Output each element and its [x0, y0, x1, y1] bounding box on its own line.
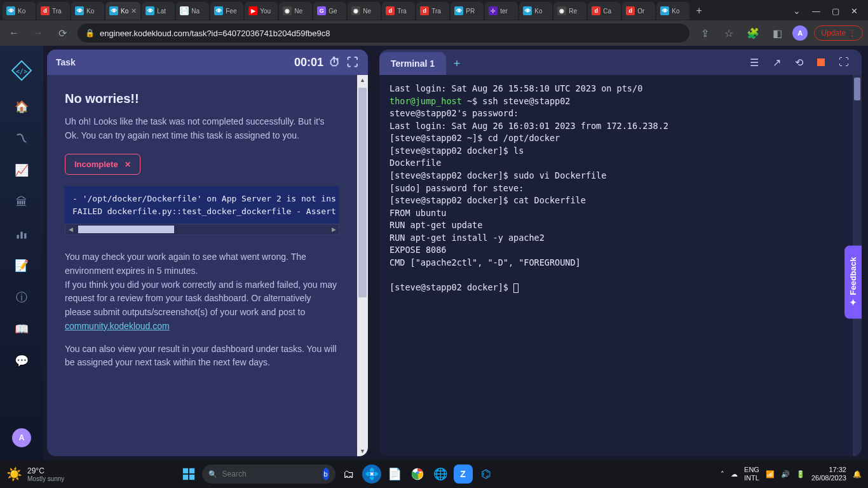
book-icon[interactable]: 📖: [13, 320, 31, 338]
terminal-add-tab[interactable]: +: [446, 52, 468, 75]
share-icon[interactable]: ⇪: [696, 24, 714, 42]
feedback-tab[interactable]: ✦ Feedback: [844, 246, 862, 319]
browser-tab[interactable]: dTra: [416, 2, 449, 20]
svg-rect-2: [20, 232, 22, 239]
task-view-icon[interactable]: 🗂: [339, 464, 358, 484]
browser-tab[interactable]: ◉Ne: [279, 2, 312, 20]
tab-close-icon[interactable]: ✕: [131, 7, 137, 15]
notifications-icon[interactable]: 🔔: [853, 470, 862, 478]
terminal-tab-1[interactable]: Terminal 1: [379, 52, 446, 75]
vscode-icon[interactable]: ⌬: [477, 464, 496, 484]
path-icon[interactable]: [13, 130, 31, 147]
stop-button[interactable]: [817, 58, 825, 66]
terminal-fullscreen-icon[interactable]: ⛶: [839, 57, 849, 68]
tab-label: Ko: [672, 8, 679, 15]
clock[interactable]: 17:32 26/08/2023: [811, 466, 846, 482]
browser-tab[interactable]: 👁Ko✕: [105, 2, 140, 20]
browser-tab[interactable]: 📄Na: [176, 2, 209, 20]
tab-overflow-chevron[interactable]: ⌄: [793, 6, 801, 16]
sidebar-avatar[interactable]: A: [12, 428, 31, 447]
browser-tab[interactable]: 👁Lat: [142, 2, 175, 20]
scroll-right-arrow[interactable]: ▶: [329, 224, 339, 234]
hscroll-thumb[interactable]: [78, 226, 174, 233]
update-button[interactable]: Update ⋮: [814, 25, 863, 41]
zoom-icon[interactable]: Z: [454, 464, 473, 484]
growth-icon[interactable]: 📈: [13, 161, 31, 179]
bing-icon[interactable]: b: [323, 468, 329, 480]
info-icon[interactable]: ⓘ: [13, 288, 31, 306]
kebab-icon: ⋮: [848, 29, 856, 37]
scroll-left-arrow[interactable]: ◀: [65, 224, 76, 234]
language-indicator[interactable]: ENG INTL: [744, 466, 759, 482]
address-bar[interactable]: 🔒 engineer.kodekloud.com/task?id=6407203…: [78, 24, 689, 43]
windows-taskbar: ☀️ 29°C Mostly sunny 🔍 b 🗂 💠 📄 🌐 Z: [0, 460, 868, 488]
favicon-icon: ⊹: [489, 6, 498, 15]
leaderboard-icon[interactable]: [13, 225, 31, 243]
weather-desc: Mostly sunny: [27, 475, 64, 482]
nav-reload[interactable]: ⟳: [53, 24, 71, 42]
svg-rect-1: [17, 235, 19, 239]
window-close[interactable]: ✕: [851, 6, 858, 16]
scroll-up-arrow[interactable]: ▲: [357, 75, 368, 85]
favicon-icon: G: [317, 6, 326, 15]
browser-tab[interactable]: dCa: [588, 2, 621, 20]
restore-icon[interactable]: ⟲: [795, 57, 803, 69]
scroll-down-arrow[interactable]: ▼: [357, 446, 368, 456]
window-maximize[interactable]: ▢: [832, 6, 839, 16]
task-vscrollbar[interactable]: ▲ ▼: [357, 75, 368, 456]
battery-icon[interactable]: 🔋: [796, 470, 805, 478]
terminal-vscroll-thumb[interactable]: [854, 78, 860, 100]
notes-icon[interactable]: 📝: [13, 257, 31, 274]
hamburger-icon[interactable]: ☰: [750, 57, 759, 69]
browser-tab[interactable]: ◉Re: [553, 2, 587, 20]
svg-text:</>: </>: [16, 68, 27, 75]
fortress-icon[interactable]: 🏛: [13, 193, 31, 211]
terminal-body[interactable]: Last login: Sat Aug 26 15:58:10 UTC 2023…: [379, 75, 862, 456]
onedrive-icon[interactable]: ☁: [731, 470, 738, 478]
fullscreen-icon[interactable]: ⛶: [346, 56, 359, 69]
taskbar-search[interactable]: 🔍 b: [202, 464, 336, 484]
browser-tab[interactable]: 👁PR: [451, 2, 484, 20]
bookmark-icon[interactable]: ☆: [720, 24, 738, 42]
home-icon[interactable]: 🏠: [13, 98, 31, 116]
browser-tab[interactable]: 👁Ko: [656, 2, 689, 20]
browser-tab[interactable]: ◉Ne: [348, 2, 381, 20]
browser-tab[interactable]: dOr: [622, 2, 655, 20]
window-minimize[interactable]: —: [812, 6, 820, 16]
browser-tab[interactable]: dTra: [382, 2, 415, 20]
open-external-icon[interactable]: ↗: [773, 57, 781, 69]
tab-label: Ne: [294, 8, 302, 15]
wifi-icon[interactable]: 📶: [766, 470, 775, 478]
browser-tab[interactable]: 👁Ko: [519, 2, 552, 20]
browser-tab[interactable]: ⊹ter: [485, 2, 518, 20]
browser-tab[interactable]: 👁Ko: [71, 2, 104, 20]
new-tab-button[interactable]: +: [691, 3, 707, 19]
sidepanel-icon[interactable]: ◧: [768, 24, 786, 42]
chrome-icon[interactable]: [408, 464, 427, 484]
edge-icon[interactable]: 🌐: [431, 464, 450, 484]
forum-icon[interactable]: 💬: [13, 352, 31, 370]
browser-tab[interactable]: 👁Ko: [3, 2, 36, 20]
nav-forward[interactable]: →: [29, 24, 47, 42]
browser-tab[interactable]: GGe: [313, 2, 346, 20]
start-button[interactable]: [179, 464, 198, 484]
x-icon: ✕: [125, 160, 131, 169]
app-logo[interactable]: </>: [8, 57, 35, 84]
community-link[interactable]: community.kodekloud.com: [65, 321, 170, 331]
browser-tab[interactable]: dTra: [37, 2, 70, 20]
extensions-icon[interactable]: 🧩: [744, 24, 762, 42]
nav-back[interactable]: ←: [5, 24, 23, 42]
browser-tab[interactable]: ▶You: [245, 2, 278, 20]
vscroll-thumb[interactable]: [358, 88, 367, 297]
error-hscrollbar[interactable]: ◀ ▶: [65, 224, 339, 235]
copilot-icon[interactable]: 💠: [362, 464, 381, 484]
task-scroll-area[interactable]: No worries!! Uh oh! Looks like the task …: [47, 75, 357, 456]
weather-widget[interactable]: ☀️ 29°C Mostly sunny: [6, 466, 64, 482]
volume-icon[interactable]: 🔊: [781, 470, 790, 478]
browser-tab[interactable]: 👁Fee: [210, 2, 243, 20]
status-pill: Incomplete ✕: [65, 154, 140, 175]
file-icon[interactable]: 📄: [385, 464, 404, 484]
search-input[interactable]: [222, 470, 318, 478]
profile-avatar[interactable]: A: [792, 25, 808, 41]
tray-chevron[interactable]: ˄: [721, 470, 724, 478]
